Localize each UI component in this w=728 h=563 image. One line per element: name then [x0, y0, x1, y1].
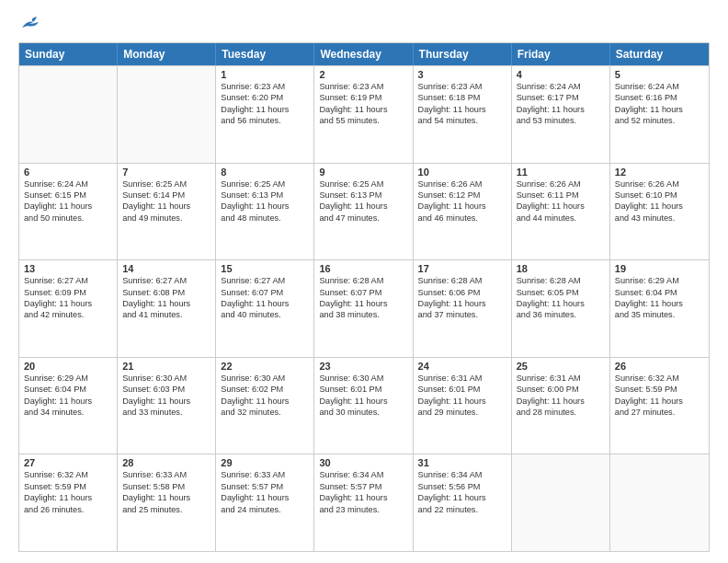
cell-line: Sunset: 6:04 PM	[24, 384, 112, 395]
cell-line: and 42 minutes.	[24, 309, 112, 320]
cell-line: Sunrise: 6:23 AM	[319, 81, 407, 92]
cell-line: and 41 minutes.	[122, 309, 210, 320]
cell-line: and 49 minutes.	[122, 213, 210, 224]
day-number: 6	[24, 167, 112, 178]
cell-line: and 22 minutes.	[418, 504, 506, 515]
cell-line: Sunrise: 6:23 AM	[418, 81, 506, 92]
cell-line: Daylight: 11 hours	[221, 104, 309, 115]
calendar-cell: 4Sunrise: 6:24 AMSunset: 6:17 PMDaylight…	[512, 66, 610, 163]
cell-line: Sunset: 6:10 PM	[615, 190, 704, 201]
cell-line: Sunset: 6:15 PM	[24, 190, 112, 201]
cell-line: Sunrise: 6:31 AM	[418, 373, 506, 384]
calendar-cell: 12Sunrise: 6:26 AMSunset: 6:10 PMDayligh…	[610, 164, 709, 260]
cell-line: Sunrise: 6:30 AM	[221, 373, 309, 384]
day-number: 2	[319, 69, 407, 80]
day-number: 8	[221, 167, 309, 178]
day-number: 22	[221, 361, 309, 372]
cell-line: and 47 minutes.	[319, 213, 407, 224]
cell-line: Sunset: 5:59 PM	[24, 481, 112, 492]
cell-line: Sunset: 5:56 PM	[418, 481, 506, 492]
logo	[18, 15, 40, 33]
cell-line: Daylight: 11 hours	[418, 396, 506, 407]
day-number: 29	[221, 457, 309, 468]
cell-line: and 40 minutes.	[221, 309, 309, 320]
day-number: 5	[615, 69, 704, 80]
calendar-cell	[19, 66, 118, 163]
cell-line: Daylight: 11 hours	[517, 298, 605, 309]
calendar-cell: 22Sunrise: 6:30 AMSunset: 6:02 PMDayligh…	[216, 358, 314, 454]
cell-line: Sunset: 6:01 PM	[418, 384, 506, 395]
calendar-cell: 18Sunrise: 6:28 AMSunset: 6:05 PMDayligh…	[512, 260, 610, 357]
cell-line: Sunrise: 6:28 AM	[418, 275, 506, 286]
cell-line: Sunrise: 6:27 AM	[221, 275, 309, 286]
cell-line: Daylight: 11 hours	[418, 298, 506, 309]
header	[18, 15, 710, 33]
cell-line: Sunrise: 6:27 AM	[122, 275, 210, 286]
day-number: 7	[122, 167, 210, 178]
cell-line: and 24 minutes.	[221, 504, 309, 515]
day-number: 13	[24, 263, 112, 274]
cell-line: and 50 minutes.	[24, 213, 112, 224]
cell-line: Daylight: 11 hours	[122, 298, 210, 309]
calendar-row-5: 27Sunrise: 6:32 AMSunset: 5:59 PMDayligh…	[19, 454, 709, 551]
calendar-cell: 20Sunrise: 6:29 AMSunset: 6:04 PMDayligh…	[19, 358, 118, 454]
day-number: 28	[122, 457, 210, 468]
cell-line: Sunrise: 6:31 AM	[517, 373, 605, 384]
cell-line: Daylight: 11 hours	[517, 104, 605, 115]
cell-line: Daylight: 11 hours	[319, 396, 407, 407]
cell-line: and 44 minutes.	[517, 213, 605, 224]
cell-line: Sunrise: 6:30 AM	[319, 373, 407, 384]
cell-line: Sunset: 6:05 PM	[517, 287, 605, 298]
cell-line: Sunset: 6:04 PM	[615, 287, 704, 298]
cell-line: and 28 minutes.	[517, 407, 605, 418]
cell-line: Daylight: 11 hours	[24, 298, 112, 309]
cell-line: Sunrise: 6:25 AM	[319, 178, 407, 190]
cell-line: Daylight: 11 hours	[615, 104, 704, 115]
calendar-header-saturday: Saturday	[610, 43, 709, 65]
calendar-cell: 2Sunrise: 6:23 AMSunset: 6:19 PMDaylight…	[314, 66, 413, 163]
cell-line: Daylight: 11 hours	[221, 201, 309, 212]
cell-line: Sunrise: 6:24 AM	[615, 81, 704, 92]
calendar-cell: 30Sunrise: 6:34 AMSunset: 5:57 PMDayligh…	[314, 454, 413, 551]
calendar: SundayMondayTuesdayWednesdayThursdayFrid…	[18, 42, 710, 552]
cell-line: and 55 minutes.	[319, 115, 407, 126]
cell-line: Sunset: 6:16 PM	[615, 92, 704, 103]
cell-line: and 33 minutes.	[122, 407, 210, 418]
day-number: 1	[221, 69, 309, 80]
calendar-cell: 3Sunrise: 6:23 AMSunset: 6:18 PMDaylight…	[414, 66, 512, 163]
page: SundayMondayTuesdayWednesdayThursdayFrid…	[0, 0, 728, 563]
cell-line: Sunset: 6:17 PM	[517, 92, 605, 103]
calendar-cell: 11Sunrise: 6:26 AMSunset: 6:11 PMDayligh…	[512, 164, 610, 260]
cell-line: Sunset: 6:14 PM	[122, 190, 210, 201]
cell-line: Daylight: 11 hours	[24, 492, 112, 503]
cell-line: Daylight: 11 hours	[24, 201, 112, 212]
cell-line: Daylight: 11 hours	[615, 298, 704, 309]
day-number: 3	[418, 69, 506, 80]
cell-line: Sunset: 6:08 PM	[122, 287, 210, 298]
cell-line: Sunset: 6:03 PM	[122, 384, 210, 395]
day-number: 11	[517, 167, 605, 178]
calendar-cell	[512, 454, 610, 551]
cell-line: and 30 minutes.	[319, 407, 407, 418]
cell-line: Sunset: 6:11 PM	[517, 190, 605, 201]
cell-line: Sunset: 6:20 PM	[221, 92, 309, 103]
day-number: 18	[517, 263, 605, 274]
logo-bird-icon	[20, 15, 40, 31]
cell-line: and 53 minutes.	[517, 115, 605, 126]
calendar-cell: 10Sunrise: 6:26 AMSunset: 6:12 PMDayligh…	[414, 164, 512, 260]
cell-line: Daylight: 11 hours	[615, 396, 704, 407]
cell-line: and 36 minutes.	[517, 309, 605, 320]
calendar-cell: 28Sunrise: 6:33 AMSunset: 5:58 PMDayligh…	[118, 454, 216, 551]
cell-line: Daylight: 11 hours	[319, 104, 407, 115]
calendar-row-4: 20Sunrise: 6:29 AMSunset: 6:04 PMDayligh…	[19, 357, 709, 454]
calendar-cell: 26Sunrise: 6:32 AMSunset: 5:59 PMDayligh…	[610, 358, 709, 454]
cell-line: Daylight: 11 hours	[319, 298, 407, 309]
cell-line: Sunrise: 6:29 AM	[24, 373, 112, 384]
cell-line: and 48 minutes.	[221, 213, 309, 224]
cell-line: and 56 minutes.	[221, 115, 309, 126]
cell-line: Daylight: 11 hours	[319, 201, 407, 212]
cell-line: and 43 minutes.	[615, 213, 704, 224]
cell-line: and 27 minutes.	[615, 407, 704, 418]
cell-line: and 29 minutes.	[418, 407, 506, 418]
cell-line: and 26 minutes.	[24, 504, 112, 515]
